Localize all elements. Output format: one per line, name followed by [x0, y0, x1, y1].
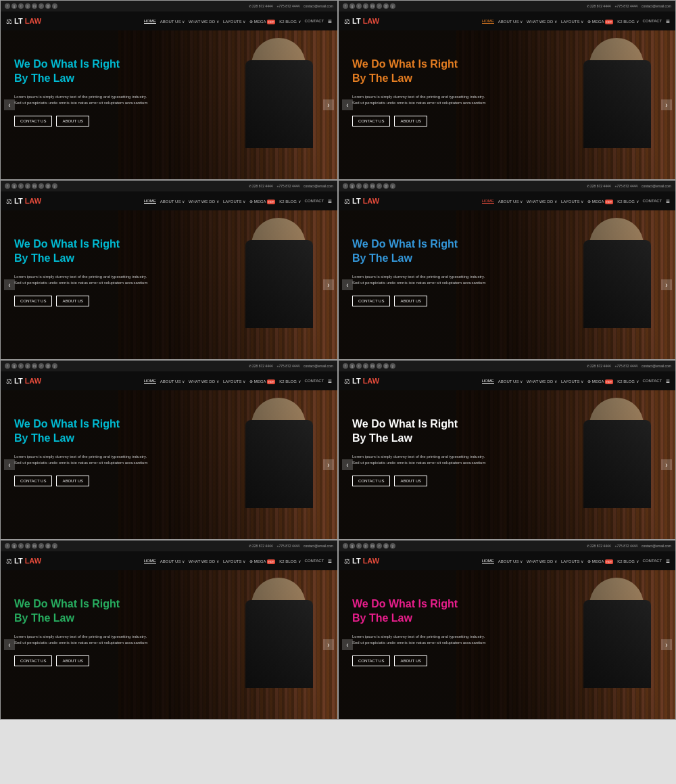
nav-about[interactable]: ABOUT US ∨ — [498, 379, 523, 384]
nav-whatwedo[interactable]: WHAT WE DO ∨ — [189, 379, 219, 384]
menu-icon[interactable]: ≡ — [666, 557, 670, 565]
fb-icon[interactable]: f — [343, 183, 348, 189]
twitter-icon[interactable]: t — [356, 363, 362, 369]
logo[interactable]: ⚖ LT LAW — [344, 377, 379, 385]
rss-icon[interactable]: r — [377, 543, 382, 549]
nav-contact[interactable]: CONTACT — [643, 379, 662, 383]
nav-home[interactable]: HOME — [482, 199, 494, 204]
nav-home[interactable]: HOME — [144, 559, 156, 563]
nav-layouts[interactable]: LAYOUTS ∨ — [223, 199, 245, 204]
logo[interactable]: ⚖ LT LAW — [6, 17, 41, 25]
about-us-button[interactable]: ABOUT US — [56, 655, 89, 666]
nav-home[interactable]: HOME — [144, 19, 156, 24]
nav-contact[interactable]: CONTACT — [305, 559, 324, 563]
slider-next-arrow[interactable]: › — [323, 99, 334, 110]
nav-whatwedo[interactable]: WHAT WE DO ∨ — [189, 199, 219, 204]
menu-icon[interactable]: ≡ — [328, 18, 332, 25]
about-us-button[interactable]: ABOUT US — [394, 655, 427, 666]
nav-contact[interactable]: CONTACT — [643, 199, 662, 203]
contact-us-button[interactable]: CONTACT US — [352, 116, 390, 126]
linkedin-icon[interactable]: in — [32, 183, 37, 189]
slider-next-arrow[interactable]: › — [661, 279, 672, 290]
fb-icon[interactable]: f — [5, 543, 10, 549]
contact-us-button[interactable]: CONTACT US — [352, 655, 390, 666]
contact-us-button[interactable]: CONTACT US — [14, 476, 52, 486]
nav-whatwedo[interactable]: WHAT WE DO ∨ — [527, 559, 557, 563]
fb-icon[interactable]: f — [5, 363, 10, 369]
nav-mega[interactable]: ⊕ MEGA HOT — [249, 199, 275, 204]
yt-icon[interactable]: y — [52, 183, 57, 189]
linkedin-icon[interactable]: in — [32, 363, 37, 369]
yt-icon[interactable]: y — [390, 3, 395, 9]
slider-next-arrow[interactable]: › — [323, 279, 334, 290]
nav-home[interactable]: HOME — [482, 19, 494, 24]
linkedin-icon[interactable]: in — [370, 543, 375, 549]
contact-us-button[interactable]: CONTACT US — [14, 296, 52, 306]
menu-icon[interactable]: ≡ — [328, 557, 332, 565]
menu-icon[interactable]: ≡ — [328, 198, 332, 205]
slider-next-arrow[interactable]: › — [661, 639, 672, 650]
rss-icon[interactable]: r — [377, 3, 382, 9]
nav-mega[interactable]: ⊕ MEGA HOT — [249, 379, 275, 384]
twitter-icon[interactable]: t — [18, 363, 24, 369]
nav-contact[interactable]: CONTACT — [305, 379, 324, 383]
slider-next-arrow[interactable]: › — [661, 99, 672, 110]
rss-icon[interactable]: r — [39, 183, 44, 189]
fb-icon[interactable]: f — [5, 183, 10, 189]
nav-contact[interactable]: CONTACT — [305, 19, 324, 23]
pinterest-icon[interactable]: p — [25, 183, 30, 189]
twitter-icon[interactable]: t — [356, 3, 362, 9]
gplus-icon[interactable]: g — [349, 543, 355, 549]
email-icon[interactable]: @ — [45, 183, 51, 189]
yt-icon[interactable]: y — [52, 543, 57, 549]
menu-icon[interactable]: ≡ — [666, 377, 670, 385]
nav-layouts[interactable]: LAYOUTS ∨ — [223, 559, 245, 563]
pinterest-icon[interactable]: p — [363, 543, 368, 549]
pinterest-icon[interactable]: p — [25, 543, 30, 549]
rss-icon[interactable]: r — [377, 183, 382, 189]
about-us-button[interactable]: ABOUT US — [56, 296, 89, 306]
logo[interactable]: ⚖ LT LAW — [344, 17, 379, 25]
nav-home[interactable]: HOME — [144, 199, 156, 204]
nav-layouts[interactable]: LAYOUTS ∨ — [223, 379, 245, 384]
gplus-icon[interactable]: g — [11, 183, 17, 189]
nav-contact[interactable]: CONTACT — [643, 559, 662, 563]
logo[interactable]: ⚖ LT LAW — [344, 197, 379, 205]
pinterest-icon[interactable]: p — [25, 363, 30, 369]
twitter-icon[interactable]: t — [18, 183, 24, 189]
pinterest-icon[interactable]: p — [363, 363, 368, 369]
yt-icon[interactable]: y — [52, 363, 57, 369]
menu-icon[interactable]: ≡ — [666, 18, 670, 25]
twitter-icon[interactable]: t — [18, 543, 24, 549]
rss-icon[interactable]: r — [39, 3, 44, 9]
nav-k2blog[interactable]: K2 BLOG ∨ — [617, 559, 638, 563]
pinterest-icon[interactable]: p — [363, 3, 368, 9]
nav-k2blog[interactable]: K2 BLOG ∨ — [279, 379, 300, 384]
about-us-button[interactable]: ABOUT US — [394, 296, 427, 306]
yt-icon[interactable]: y — [390, 183, 395, 189]
slider-prev-arrow[interactable]: ‹ — [4, 99, 15, 110]
nav-k2blog[interactable]: K2 BLOG ∨ — [617, 379, 638, 384]
nav-about[interactable]: ABOUT US ∨ — [160, 559, 185, 563]
nav-contact[interactable]: CONTACT — [305, 199, 324, 203]
gplus-icon[interactable]: g — [349, 363, 355, 369]
twitter-icon[interactable]: t — [356, 183, 362, 189]
linkedin-icon[interactable]: in — [32, 3, 37, 9]
nav-home[interactable]: HOME — [482, 559, 494, 563]
gplus-icon[interactable]: g — [11, 3, 17, 9]
linkedin-icon[interactable]: in — [370, 3, 375, 9]
nav-layouts[interactable]: LAYOUTS ∨ — [561, 19, 583, 24]
nav-mega[interactable]: ⊕ MEGA HOT — [249, 559, 275, 563]
fb-icon[interactable]: f — [5, 3, 10, 9]
fb-icon[interactable]: f — [343, 363, 348, 369]
nav-mega[interactable]: ⊕ MEGA HOT — [587, 199, 613, 204]
about-us-button[interactable]: ABOUT US — [394, 476, 427, 486]
about-us-button[interactable]: ABOUT US — [56, 476, 89, 486]
rss-icon[interactable]: r — [377, 363, 382, 369]
nav-home[interactable]: HOME — [482, 379, 494, 384]
nav-mega[interactable]: ⊕ MEGA HOT — [587, 559, 613, 563]
contact-us-button[interactable]: CONTACT US — [14, 116, 52, 126]
pinterest-icon[interactable]: p — [25, 3, 30, 9]
slider-prev-arrow[interactable]: ‹ — [4, 639, 15, 650]
logo[interactable]: ⚖ LT LAW — [6, 557, 41, 565]
